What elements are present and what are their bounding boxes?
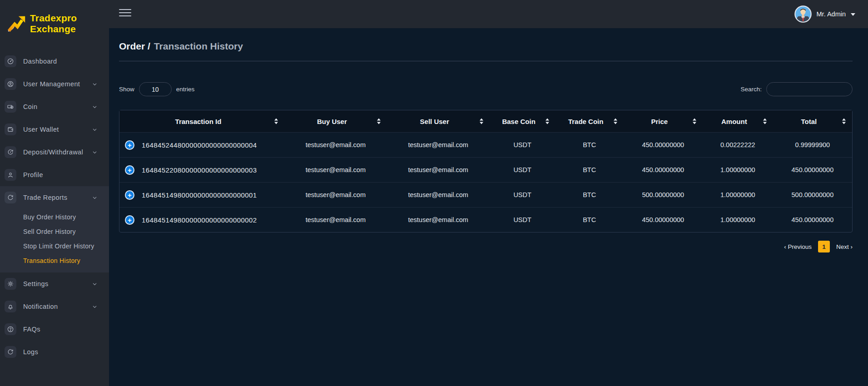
sort-icon (546, 119, 549, 124)
sidebar: Tradexpro Exchange DashboardUser Managem… (0, 0, 109, 386)
chevron-down-icon (92, 150, 97, 155)
column-header-label: Buy User (317, 118, 347, 125)
sidebar-item-faqs[interactable]: FAQs (0, 318, 109, 341)
show-entries-select[interactable]: 10 (139, 82, 172, 96)
chevron-down-icon (92, 104, 97, 109)
transaction-id-cell: +16484522080000000000000000003 (119, 157, 284, 182)
breadcrumb-section: Order / (119, 41, 150, 52)
search-input[interactable] (766, 82, 853, 96)
table-row: +16484522080000000000000000003testuser@e… (119, 157, 852, 182)
sidebar-item-dashboard[interactable]: Dashboard (0, 50, 109, 73)
current-page-button[interactable]: 1 (818, 241, 830, 252)
cell-trade-coin: BTC (556, 182, 624, 207)
transaction-id: 16484514980000000000000000001 (142, 191, 257, 199)
sidebar-item-coin[interactable]: Coin (0, 95, 109, 118)
expand-row-button[interactable]: + (125, 215, 134, 225)
cell-amount: 1.00000000 (703, 157, 773, 182)
sidebar-group-coin: Coin (0, 95, 109, 118)
main-content: Order / Transaction History Show 10 entr… (109, 28, 868, 386)
chevron-down-icon (851, 13, 855, 16)
sidebar-item-trade-reports[interactable]: Trade Reports (0, 186, 109, 209)
dashboard-icon (5, 55, 16, 67)
breadcrumb: Order / Transaction History (109, 28, 868, 61)
user-name: Mr. Admin (817, 10, 846, 18)
sort-icon (377, 119, 381, 124)
next-page-button[interactable]: Next › (836, 243, 853, 250)
sidebar-item-label: Deposit/Withdrawal (23, 148, 92, 156)
expand-row-button[interactable]: + (125, 165, 134, 175)
chevron-down-icon (92, 127, 97, 132)
chevron-down-icon (92, 82, 97, 87)
cell-total: 0.99999900 (773, 132, 852, 157)
cell-base-coin: USDT (490, 182, 556, 207)
table-row: +16484524480000000000000000004testuser@e… (119, 132, 852, 157)
cell-trade-coin: BTC (556, 207, 624, 232)
sidebar-group-user-management: User Management (0, 73, 109, 95)
column-header-price[interactable]: Price (624, 110, 703, 132)
sidebar-item-label: Notification (23, 303, 92, 310)
sidebar-item-label: Trade Reports (23, 194, 92, 201)
divider (119, 61, 853, 61)
sidebar-item-user-wallet[interactable]: User Wallet (0, 118, 109, 141)
sidebar-group-deposit-withdrawal: Deposit/Withdrawal (0, 141, 109, 163)
sidebar-group-logs: Logs (0, 341, 109, 363)
sidebar-subitem-stop-limit-order-history[interactable]: Stop Limit Order History (0, 239, 109, 253)
transaction-id-cell: +16484524480000000000000000004 (119, 132, 284, 157)
cell-sell-user: testuser@email.com (387, 182, 490, 207)
sidebar-subitem-buy-order-history[interactable]: Buy Order History (0, 210, 109, 224)
cell-base-coin: USDT (490, 132, 556, 157)
brand-arrow-icon (6, 13, 27, 34)
sidebar-item-notification[interactable]: Notification (0, 295, 109, 318)
sidebar-item-profile[interactable]: Profile (0, 163, 109, 186)
brand-line1: Tradexpro (30, 13, 77, 24)
cell-price: 500.00000000 (624, 182, 703, 207)
user-menu[interactable]: Mr. Admin (794, 5, 855, 23)
column-header-total[interactable]: Total (773, 110, 852, 132)
sort-icon (480, 119, 483, 124)
sidebar-item-deposit-withdrawal[interactable]: Deposit/Withdrawal (0, 141, 109, 163)
cell-trade-coin: BTC (556, 132, 624, 157)
brand-name: Tradexpro Exchange (30, 13, 77, 34)
previous-page-button[interactable]: ‹ Previous (784, 243, 812, 250)
sidebar-item-label: Settings (23, 280, 92, 287)
brand-logo[interactable]: Tradexpro Exchange (0, 0, 109, 45)
search-label: Search: (740, 86, 762, 93)
sidebar-item-label: Coin (23, 103, 92, 110)
sidebar-item-user-management[interactable]: User Management (0, 73, 109, 95)
expand-row-button[interactable]: + (125, 190, 134, 200)
expand-row-button[interactable]: + (125, 140, 134, 150)
reports-icon (5, 192, 16, 203)
column-header-trade-coin[interactable]: Trade Coin (556, 110, 624, 132)
cell-amount: 0.00222222 (703, 132, 773, 157)
page-title: Transaction History (154, 41, 243, 52)
sidebar-item-logs[interactable]: Logs (0, 341, 109, 363)
sidebar-group-dashboard: Dashboard (0, 50, 109, 73)
sort-icon (693, 119, 696, 124)
chevron-down-icon (92, 282, 97, 287)
column-header-sell-user[interactable]: Sell User (387, 110, 490, 132)
column-header-base-coin[interactable]: Base Coin (490, 110, 556, 132)
column-header-transaction-id[interactable]: Transaction Id (119, 110, 284, 132)
column-header-buy-user[interactable]: Buy User (284, 110, 387, 132)
chevron-down-icon (92, 304, 97, 309)
sidebar-nav: DashboardUser ManagementCoinUser WalletD… (0, 50, 109, 363)
sidebar-subitem-transaction-history[interactable]: Transaction History (0, 253, 109, 268)
show-label: Show (119, 86, 134, 93)
settings-icon (5, 278, 16, 290)
sidebar-group-trade-reports: Trade ReportsBuy Order HistorySell Order… (0, 186, 109, 272)
cell-total: 450.00000000 (773, 207, 852, 232)
table-row: +16484514980000000000000000002testuser@e… (119, 207, 852, 232)
hamburger-menu-button[interactable] (119, 7, 131, 19)
brand-line2: Exchange (30, 24, 77, 35)
column-header-label: Base Coin (502, 118, 535, 125)
coin-icon (5, 101, 16, 113)
sidebar-item-label: User Wallet (23, 126, 92, 133)
sidebar-item-settings[interactable]: Settings (0, 272, 109, 295)
sidebar-subitem-sell-order-history[interactable]: Sell Order History (0, 224, 109, 239)
cell-buy-user: testuser@email.com (284, 132, 387, 157)
column-header-amount[interactable]: Amount (703, 110, 773, 132)
transactions-table: Transaction IdBuy UserSell UserBase Coin… (119, 110, 853, 233)
transaction-id-cell: +16484514980000000000000000001 (119, 182, 284, 207)
table-row: +16484514980000000000000000001testuser@e… (119, 182, 852, 207)
show-entries-value: 10 (152, 86, 159, 93)
